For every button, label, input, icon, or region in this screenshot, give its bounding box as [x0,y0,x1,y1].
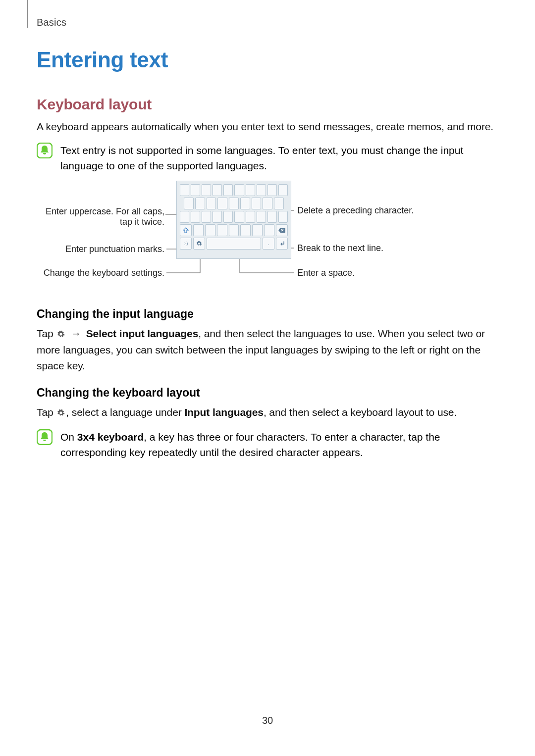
enter-key-icon [276,238,288,250]
txt-bold: 3x4 keyboard [77,431,144,443]
callout-newline: Break to the next line. [297,243,383,254]
space-key [207,238,261,250]
note-block-2: On 3x4 keyboard, a key has three or four… [37,429,502,460]
symbols-key: :-) [180,238,192,250]
h3-change-layout: Changing the keyboard layout [37,386,502,400]
note-text-2: On 3x4 keyboard, a key has three or four… [60,429,502,460]
backspace-key-icon [276,224,288,236]
gear-icon [57,405,65,421]
txt: Tap [37,328,56,339]
h3-change-language: Changing the input language [37,307,502,321]
txt-bold: Input languages [184,406,264,418]
bell-icon [37,143,53,158]
callout-delete: Delete a preceding character. [297,205,414,216]
header-divider [27,0,28,28]
callout-settings: Change the keyboard settings. [37,268,164,279]
note-text: Text entry is not supported in some lang… [60,143,502,174]
change-language-paragraph: Tap → Select input languages, and then s… [37,326,502,374]
page-number: 30 [0,715,535,726]
callout-punctuation: Enter punctuation marks. [37,244,164,255]
section-label: Basics [37,17,66,28]
bell-icon [37,429,53,445]
keyboard-illustration: .......... ......... .......... ....... … [176,181,291,259]
txt: Tap [37,406,56,418]
callout-uppercase: Enter uppercase. For all caps, tap it tw… [37,206,164,228]
arrow-right-icon: → [69,326,83,342]
txt: , and then select a keyboard layout to u… [264,406,457,418]
gear-icon [57,327,65,343]
period-key: . [263,238,274,250]
page-title: Entering text [37,48,502,72]
keyboard-diagram: .......... ......... .......... ....... … [37,181,502,295]
note-block: Text entry is not supported in some lang… [37,143,502,174]
change-layout-paragraph: Tap , select a language under Input lang… [37,404,502,421]
txt-bold: Select input languages [86,328,199,339]
h2-keyboard-layout: Keyboard layout [37,96,502,113]
shift-key-icon [180,224,192,236]
txt: , select a language under [66,406,184,418]
gear-key-icon [193,238,205,250]
txt: On [60,431,77,443]
callout-space: Enter a space. [297,268,355,279]
intro-paragraph: A keyboard appears automatically when yo… [37,119,502,135]
